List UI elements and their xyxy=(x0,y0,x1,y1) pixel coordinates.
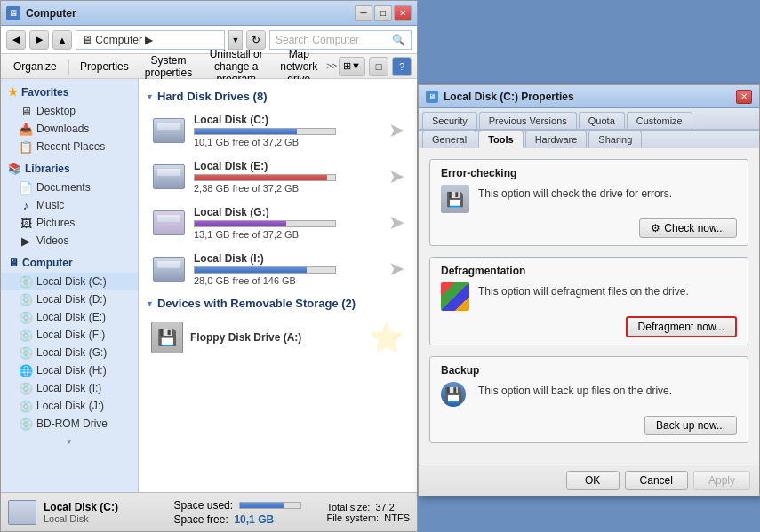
dialog-title-bar: 🖥 Local Disk (C:) Properties ✕ xyxy=(419,85,759,108)
sidebar-item-j[interactable]: 💿 Local Disk (J:) xyxy=(1,397,138,415)
tab-tools[interactable]: Tools xyxy=(478,131,524,148)
defrag-icon xyxy=(441,282,469,311)
sidebar-item-bdrom[interactable]: 💿 BD-ROM Drive xyxy=(1,415,138,433)
check-now-button[interactable]: ⚙ Check now... xyxy=(639,218,737,238)
sidebar-item-desktop[interactable]: 🖥 Desktop xyxy=(1,102,138,120)
defrag-btn-row: Defragment now... xyxy=(441,316,737,337)
libraries-header: 📚 Libraries xyxy=(1,159,138,179)
backup-row: 💾 This option will back up files on the … xyxy=(441,382,737,410)
address-field[interactable]: 🖥 Computer ▶ xyxy=(76,30,225,50)
status-totals: Total size: 37,2 File system: NTFS xyxy=(326,502,410,523)
drive-c-name: Local Disk (C:) xyxy=(194,114,381,126)
drive-f-icon: 💿 xyxy=(19,328,33,342)
dialog-close-button[interactable]: ✕ xyxy=(736,90,752,104)
cancel-button[interactable]: Cancel xyxy=(625,471,688,490)
sidebar-item-music[interactable]: ♪ Music xyxy=(1,196,138,214)
drive-e-bar xyxy=(195,175,327,180)
search-box[interactable]: Search Computer 🔍 xyxy=(269,30,412,50)
music-icon: ♪ xyxy=(19,198,33,212)
address-text: Computer xyxy=(95,34,142,46)
computer-header: 🖥 Computer xyxy=(1,253,138,273)
fs-val: NTFS xyxy=(384,512,410,523)
defrag-text: This option will defragment files on the… xyxy=(478,282,689,299)
tab-general[interactable]: General xyxy=(422,131,476,148)
drive-i-name: Local Disk (I:) xyxy=(194,252,381,265)
libraries-label: Libraries xyxy=(25,163,70,175)
drive-c-arrow: ➤ xyxy=(388,119,404,142)
music-label: Music xyxy=(36,199,64,211)
sidebar-item-recent[interactable]: 📋 Recent Places xyxy=(1,138,138,155)
sidebar-item-downloads[interactable]: 📥 Downloads xyxy=(1,120,138,138)
minimize-button[interactable]: ─ xyxy=(355,5,372,21)
tab-security[interactable]: Security xyxy=(422,112,477,129)
space-free-val: 10,1 GB xyxy=(234,513,274,526)
dialog-title-icon: 🖥 xyxy=(426,91,438,103)
fs-label: File system: xyxy=(326,512,379,523)
sidebar-item-h[interactable]: 🌐 Local Disk (H:) xyxy=(1,361,138,379)
sidebar-item-pictures[interactable]: 🖼 Pictures xyxy=(1,214,138,232)
dialog-footer: OK Cancel Apply xyxy=(419,465,759,496)
up-button[interactable]: ▲ xyxy=(52,30,72,50)
removable-header: Devices with Removable Storage (2) xyxy=(146,297,410,310)
explorer-title-text: Computer xyxy=(26,7,355,20)
drive-item-i[interactable]: Local Disk (I:) 28,0 GB free of 146 GB ➤ xyxy=(146,249,410,290)
drive-item-g[interactable]: Local Disk (G:) 13,1 GB free of 37,2 GB … xyxy=(146,202,410,243)
sidebar-item-documents[interactable]: 📄 Documents xyxy=(1,179,138,196)
explorer-toolbar: Organize Properties System properties Un… xyxy=(1,54,417,79)
organize-button[interactable]: Organize xyxy=(6,57,64,76)
tab-hardware[interactable]: Hardware xyxy=(525,131,588,148)
toolbar-more[interactable]: >> xyxy=(326,61,337,71)
dialog-content: Error-checking 💾 This option will check … xyxy=(419,148,759,465)
sidebar-item-d[interactable]: 💿 Local Disk (D:) xyxy=(1,290,138,308)
back-button[interactable]: ◀ xyxy=(6,30,26,50)
total-label: Total size: xyxy=(326,502,370,512)
ok-button[interactable]: OK xyxy=(566,471,620,490)
pictures-icon: 🖼 xyxy=(19,216,33,230)
view-button[interactable]: ⊞▼ xyxy=(339,57,365,76)
preview-button[interactable]: □ xyxy=(369,57,388,76)
properties-button[interactable]: Properties xyxy=(73,57,136,76)
explorer-window: 🖥 Computer ─ □ ✕ ◀ ▶ ▲ 🖥 Computer ▶ ▼ ↻ … xyxy=(0,0,418,532)
error-check-row: 💾 This option will check the drive for e… xyxy=(441,185,737,213)
sidebar-item-i[interactable]: 💿 Local Disk (I:) xyxy=(1,379,138,397)
drive-i-free: 28,0 GB free of 146 GB xyxy=(194,275,381,286)
documents-icon: 📄 xyxy=(19,180,33,195)
uninstall-button[interactable]: Uninstall or change a program xyxy=(201,57,271,76)
sidebar-item-e[interactable]: 💿 Local Disk (E:) xyxy=(1,308,138,326)
drive-item-floppy[interactable]: 💾 Floppy Disk Drive (A:) ⭐ xyxy=(146,317,410,358)
backup-title: Backup xyxy=(441,364,737,377)
recent-label: Recent Places xyxy=(36,140,105,153)
defragment-now-button[interactable]: Defragment now... xyxy=(626,316,737,337)
drive-e-bar-container xyxy=(194,174,336,181)
drive-j-label: Local Disk (J:) xyxy=(36,400,104,412)
sidebar-item-videos[interactable]: ▶ Videos xyxy=(1,232,138,250)
tab-customize[interactable]: Customize xyxy=(627,112,692,129)
drive-e-img xyxy=(153,164,185,189)
desktop-icon: 🖥 xyxy=(19,104,33,118)
tab-quota[interactable]: Quota xyxy=(579,112,625,129)
system-properties-button[interactable]: System properties xyxy=(138,57,199,76)
explorer-close-button[interactable]: ✕ xyxy=(394,5,412,21)
drive-item-e[interactable]: Local Disk (E:) 2,38 GB free of 37,2 GB … xyxy=(146,156,410,197)
libraries-icon: 📚 xyxy=(8,163,21,175)
drive-item-c[interactable]: Local Disk (C:) 10,1 GB free of 37,2 GB … xyxy=(146,110,410,151)
status-fs: File system: NTFS xyxy=(326,512,410,523)
sidebar-item-c[interactable]: 💿 Local Disk (C:) xyxy=(1,273,138,290)
tab-sharing[interactable]: Sharing xyxy=(588,131,642,148)
favorites-star-icon: ★ xyxy=(8,86,18,99)
maximize-button[interactable]: □ xyxy=(374,5,392,21)
drive-c-icon: 💿 xyxy=(19,274,33,289)
backup-now-button[interactable]: Back up now... xyxy=(644,416,737,435)
tab-previous-versions[interactable]: Previous Versions xyxy=(479,112,577,129)
drive-i-bar-container xyxy=(194,266,336,274)
sidebar-item-f[interactable]: 💿 Local Disk (F:) xyxy=(1,326,138,344)
drive-c-info: Local Disk (C:) 10,1 GB free of 37,2 GB xyxy=(194,114,381,147)
dialog-tabs-row2: General Tools Hardware Sharing xyxy=(419,130,759,148)
apply-button[interactable]: Apply xyxy=(693,471,750,490)
forward-button[interactable]: ▶ xyxy=(29,30,49,50)
refresh-button[interactable]: ↻ xyxy=(246,30,266,50)
sidebar-item-g[interactable]: 💿 Local Disk (G:) xyxy=(1,344,138,361)
map-drive-button[interactable]: Map network drive xyxy=(273,57,324,76)
help-button[interactable]: ? xyxy=(392,57,412,76)
address-dropdown-button[interactable]: ▼ xyxy=(228,30,243,50)
